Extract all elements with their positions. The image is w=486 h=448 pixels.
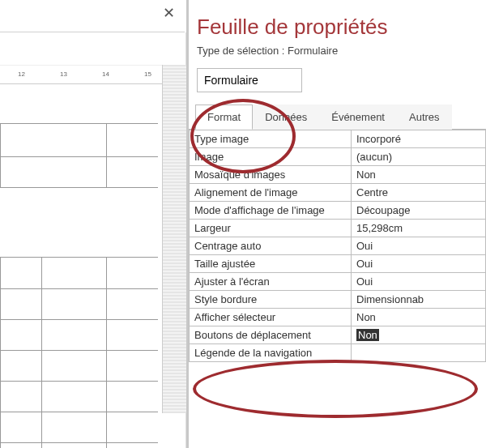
property-label: Mode d'affichage de l'image bbox=[190, 202, 352, 220]
property-value[interactable]: Oui bbox=[352, 255, 486, 273]
property-value[interactable]: (aucun) bbox=[352, 148, 486, 166]
property-value[interactable]: Non bbox=[352, 309, 486, 326]
designer-toolbar: ✕ bbox=[0, 0, 185, 32]
ruler-mark: 15 bbox=[144, 70, 151, 78]
ruler-mark: 14 bbox=[102, 70, 109, 78]
property-value[interactable]: Non bbox=[352, 166, 486, 184]
property-label: Largeur bbox=[190, 220, 352, 237]
property-value[interactable]: Découpage bbox=[352, 202, 486, 220]
property-label: Alignement de l'image bbox=[190, 184, 352, 202]
property-row[interactable]: Ajuster à l'écranOui bbox=[190, 273, 486, 291]
grid-gutter bbox=[162, 65, 186, 413]
property-row[interactable]: Alignement de l'imageCentre bbox=[190, 184, 486, 202]
tab-other[interactable]: Autres bbox=[397, 105, 452, 130]
property-value[interactable]: Oui bbox=[352, 273, 486, 291]
object-selector[interactable]: Formulaire bbox=[197, 68, 302, 92]
property-sheet: Feuille de propriétés Type de sélection … bbox=[186, 0, 486, 448]
property-row[interactable]: Mode d'affichage de l'imageDécoupage bbox=[190, 202, 486, 220]
property-value[interactable] bbox=[352, 344, 486, 362]
tab-format[interactable]: Format bbox=[195, 105, 253, 130]
form-grid[interactable] bbox=[0, 91, 162, 448]
property-tabs: Format Données Événement Autres bbox=[189, 104, 486, 130]
property-table: Type imageIncorporéImage(aucun)Mosaïque … bbox=[189, 130, 486, 362]
design-surface: 12 13 14 15 ▲ bbox=[0, 32, 186, 448]
horizontal-ruler: 12 13 14 15 bbox=[0, 65, 162, 84]
property-label: Boutons de déplacement bbox=[190, 326, 352, 344]
property-row[interactable]: Type imageIncorporé bbox=[190, 130, 486, 148]
property-label: Légende de la navigation bbox=[190, 344, 352, 362]
tab-event[interactable]: Événement bbox=[319, 105, 397, 130]
property-value[interactable]: Oui bbox=[352, 237, 486, 255]
property-row[interactable]: Boutons de déplacementNon bbox=[190, 326, 486, 344]
property-label: Image bbox=[190, 148, 352, 166]
property-row[interactable]: Style bordureDimensionnab bbox=[190, 291, 486, 309]
property-label: Type image bbox=[190, 130, 352, 148]
selection-type-label: Type de sélection : Formulaire bbox=[189, 45, 486, 68]
property-value[interactable]: Centre bbox=[352, 184, 486, 202]
property-label: Afficher sélecteur bbox=[190, 309, 352, 326]
ruler-mark: 12 bbox=[18, 70, 25, 78]
property-row[interactable]: Centrage autoOui bbox=[190, 237, 486, 255]
grid-section bbox=[0, 123, 158, 188]
property-label: Ajuster à l'écran bbox=[190, 273, 352, 291]
property-row[interactable]: Mosaïque d'imagesNon bbox=[190, 166, 486, 184]
tab-data[interactable]: Données bbox=[253, 105, 319, 130]
property-label: Centrage auto bbox=[190, 237, 352, 255]
close-icon[interactable]: ✕ bbox=[162, 6, 175, 19]
property-value[interactable]: Non bbox=[352, 326, 486, 344]
property-value[interactable]: 15,298cm bbox=[352, 220, 486, 237]
property-row[interactable]: Image(aucun) bbox=[190, 148, 486, 166]
property-row[interactable]: Largeur15,298cm bbox=[190, 220, 486, 237]
ruler-mark: 13 bbox=[60, 70, 67, 78]
grid-section bbox=[0, 257, 158, 448]
property-label: Style bordure bbox=[190, 291, 352, 309]
object-selector-value: Formulaire bbox=[204, 74, 258, 87]
property-row[interactable]: Afficher sélecteurNon bbox=[190, 309, 486, 326]
property-value[interactable]: Dimensionnab bbox=[352, 291, 486, 309]
property-value[interactable]: Incorporé bbox=[352, 130, 486, 148]
panel-title: Feuille de propriétés bbox=[189, 0, 486, 45]
property-label: Mosaïque d'images bbox=[190, 166, 352, 184]
property-row[interactable]: Légende de la navigation bbox=[190, 344, 486, 362]
property-row[interactable]: Taille ajustéeOui bbox=[190, 255, 486, 273]
property-label: Taille ajustée bbox=[190, 255, 352, 273]
